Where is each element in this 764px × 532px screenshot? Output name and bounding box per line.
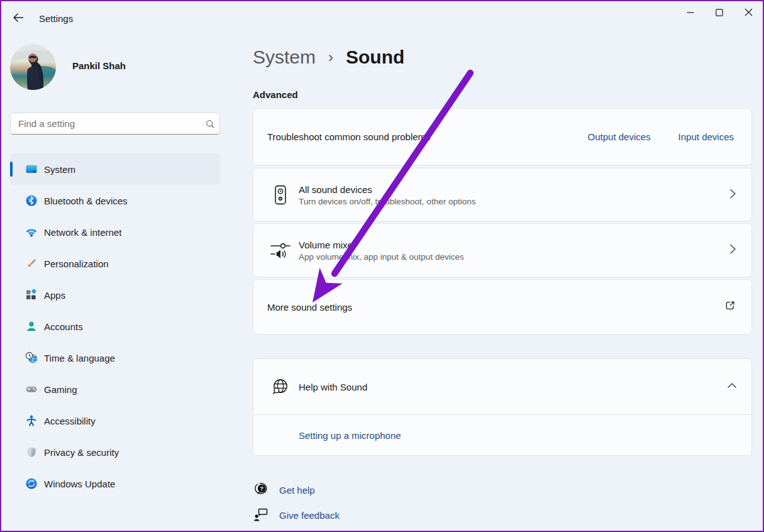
external-link-icon (724, 299, 736, 314)
app-title: Settings (39, 13, 73, 24)
sidebar-item-label: Accounts (44, 321, 83, 332)
sidebar-item-label: Bluetooth & devices (44, 196, 128, 206)
input-devices-link[interactable]: Input devices (678, 131, 734, 142)
volume-mixer-subtitle: App volume mix, app input & output devic… (299, 252, 464, 262)
more-sound-settings-row[interactable]: More sound settings (253, 279, 752, 335)
speaker-icon (269, 184, 292, 206)
output-devices-link[interactable]: Output devices (588, 131, 651, 142)
globe-search-icon (269, 375, 292, 398)
sidebar-item-label: Accessibility (44, 416, 96, 426)
settings-window: Settings (0, 0, 764, 532)
get-help-row[interactable]: ? Get help (253, 482, 315, 498)
get-help-label: Get help (279, 485, 315, 496)
help-with-sound-row[interactable]: Help with Sound (253, 359, 751, 414)
sidebar-nav: System Bluetooth & devices Network & int… (10, 153, 220, 499)
sidebar-item-system[interactable]: System (10, 153, 220, 185)
sidebar-item-label: Gaming (44, 384, 77, 395)
volume-mixer-row[interactable]: Volume mixer App volume mix, app input &… (253, 223, 752, 277)
all-sound-devices-title: All sound devices (299, 184, 475, 194)
page-title: Sound (346, 47, 404, 68)
give-feedback-label: Give feedback (279, 510, 340, 521)
volume-mixer-icon (269, 239, 292, 262)
all-sound-devices-row[interactable]: All sound devices Turn devices on/off, t… (253, 168, 752, 221)
sidebar-item-gaming[interactable]: Gaming (10, 374, 220, 405)
windows-update-icon (25, 477, 38, 490)
give-feedback-row[interactable]: Give feedback (253, 507, 340, 523)
sidebar-item-privacy-security[interactable]: Privacy & security (10, 436, 220, 468)
svg-text:?: ? (260, 485, 263, 492)
sidebar-item-network-internet[interactable]: Network & internet (10, 216, 220, 248)
user-avatar (10, 44, 56, 90)
privacy-security-icon (25, 446, 38, 458)
user-profile[interactable]: Pankil Shah (10, 44, 220, 91)
sidebar-item-time-language[interactable]: Time & language (10, 342, 220, 374)
troubleshoot-card: Troubleshoot common sound problems Outpu… (253, 108, 752, 165)
gaming-icon (25, 383, 38, 396)
help-card: Help with Sound Setting up a microphone (253, 358, 752, 456)
selected-indicator (10, 162, 13, 177)
section-advanced-label: Advanced (253, 89, 298, 100)
sidebar-item-label: System (44, 164, 75, 175)
sidebar-item-bluetooth-devices[interactable]: Bluetooth & devices (10, 185, 220, 216)
time-language-icon (25, 352, 38, 364)
setting-up-microphone-link[interactable]: Setting up a microphone (299, 430, 401, 441)
breadcrumb: System › Sound (253, 47, 404, 68)
sidebar-item-label: Personalization (44, 258, 109, 269)
sidebar-item-accounts[interactable]: Accounts (10, 311, 220, 342)
user-name: Pankil Shah (72, 60, 126, 71)
back-button[interactable] (9, 10, 28, 28)
breadcrumb-chevron-icon: › (328, 48, 333, 66)
sidebar-item-label: Privacy & security (44, 447, 119, 458)
get-help-icon: ? (253, 482, 269, 498)
all-sound-devices-subtitle: Turn devices on/off, troubleshoot, other… (299, 196, 475, 206)
sidebar-item-label: Network & internet (44, 227, 121, 238)
search-box[interactable] (10, 113, 220, 135)
chevron-right-icon (728, 187, 738, 202)
volume-mixer-title: Volume mixer (299, 240, 464, 250)
system-icon (25, 163, 38, 175)
breadcrumb-parent[interactable]: System (253, 47, 316, 68)
search-icon (201, 119, 219, 129)
network-icon (25, 226, 38, 238)
search-input[interactable] (11, 118, 201, 129)
sidebar-item-personalization[interactable]: Personalization (10, 248, 220, 279)
sidebar-item-label: Apps (44, 290, 65, 301)
sidebar-item-windows-update[interactable]: Windows Update (10, 468, 220, 499)
sidebar-item-accessibility[interactable]: Accessibility (10, 405, 220, 436)
apps-icon (25, 289, 38, 301)
sidebar-item-label: Time & language (44, 353, 115, 363)
main-content: System › Sound Advanced Troubleshoot com… (253, 1, 752, 532)
accounts-icon (25, 320, 38, 333)
chevron-up-icon[interactable] (726, 381, 738, 392)
back-arrow-icon (11, 11, 25, 27)
bluetooth-icon (25, 194, 38, 207)
personalization-icon (25, 257, 38, 270)
troubleshoot-title: Troubleshoot common sound problems (267, 131, 431, 142)
sidebar-item-label: Windows Update (44, 479, 115, 489)
sidebar-item-apps[interactable]: Apps (10, 279, 220, 311)
more-sound-settings-title: More sound settings (267, 302, 352, 313)
help-with-sound-title: Help with Sound (299, 382, 367, 392)
chevron-right-icon (728, 243, 738, 258)
give-feedback-icon (253, 507, 269, 523)
accessibility-icon (25, 414, 38, 427)
